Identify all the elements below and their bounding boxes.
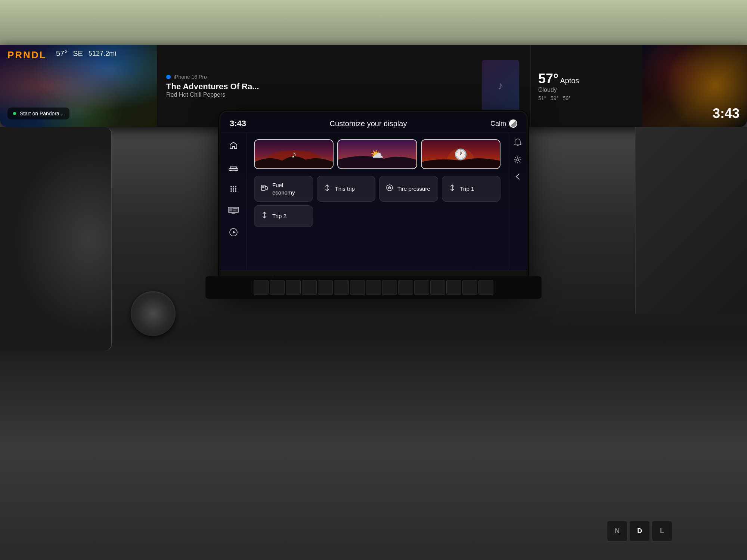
song-artist: Red Hot Chili Peppers bbox=[166, 91, 521, 98]
vent-slat bbox=[446, 280, 461, 295]
widget-grid: Fuel economy This trip bbox=[254, 176, 500, 227]
dash-temp: 57° bbox=[56, 49, 67, 58]
theme-card-music[interactable]: ♪ bbox=[254, 139, 334, 169]
svg-point-10 bbox=[233, 190, 234, 192]
sidebar-apps-icon[interactable] bbox=[226, 181, 241, 196]
theme-bg-music: ♪ bbox=[255, 140, 333, 168]
weather-condition: Cloudy bbox=[538, 87, 635, 93]
widget-tire-pressure[interactable]: Tire pressure bbox=[379, 176, 438, 202]
car-interior: PRNDL 57° SE 5127.2mi Start on Pandora..… bbox=[0, 0, 747, 560]
theme-card-weather[interactable]: ⛅ bbox=[337, 139, 417, 169]
vent-slat bbox=[414, 280, 429, 295]
screen-header: 3:43 Customize your display Calm bbox=[220, 112, 527, 133]
vent-slat bbox=[398, 280, 413, 295]
screen-content: 3:43 Customize your display Calm bbox=[220, 112, 527, 292]
vent-slat bbox=[302, 280, 317, 295]
vent-area bbox=[205, 276, 542, 299]
vent-slat bbox=[430, 280, 445, 295]
this-trip-icon bbox=[323, 184, 331, 194]
weather-city: Aptos bbox=[560, 77, 579, 85]
svg-rect-14 bbox=[233, 208, 238, 209]
theme-card-clock[interactable]: 🕐 bbox=[421, 139, 500, 169]
vent-slat bbox=[478, 280, 493, 295]
screen-sidebar bbox=[220, 133, 247, 271]
theme-bg-weather-inner: ⛅ bbox=[338, 140, 416, 168]
vent-slat bbox=[334, 280, 349, 295]
tire-pressure-label: Tire pressure bbox=[397, 185, 430, 193]
mode-label: Calm bbox=[490, 120, 506, 128]
iphone-label: iPhone 16 Pro bbox=[174, 74, 207, 80]
svg-marker-18 bbox=[233, 231, 236, 234]
svg-point-2 bbox=[235, 170, 237, 171]
dashboard-weather-panel: 57° Aptos Cloudy 51° 59° 59° bbox=[530, 45, 642, 127]
dash-distance: 5127.2mi bbox=[89, 50, 116, 57]
svg-point-4 bbox=[233, 186, 234, 187]
fuel-economy-label: Fuel economy bbox=[272, 181, 307, 196]
sidebar-media-icon[interactable] bbox=[226, 203, 241, 218]
gear-selector: N D L bbox=[607, 521, 672, 541]
svg-point-29 bbox=[517, 159, 519, 161]
theme-clock-icon: 🕐 bbox=[454, 148, 467, 161]
svg-point-8 bbox=[235, 188, 236, 190]
svg-point-1 bbox=[230, 170, 232, 171]
svg-point-3 bbox=[230, 186, 232, 187]
music-overlay-text: Start on Pandora... bbox=[20, 111, 64, 116]
gear-key-l[interactable]: L bbox=[652, 521, 672, 541]
svg-point-28 bbox=[389, 187, 390, 188]
svg-point-7 bbox=[233, 188, 234, 190]
svg-point-5 bbox=[235, 186, 236, 187]
sidebar-car-icon[interactable] bbox=[226, 160, 241, 175]
screen-title: Customize your display bbox=[330, 119, 407, 128]
sidebar-home-icon[interactable] bbox=[226, 138, 241, 153]
speed-info: 57° SE 5127.2mi bbox=[56, 49, 116, 58]
dash-direction: SE bbox=[73, 49, 83, 58]
main-screen[interactable]: 3:43 Customize your display Calm bbox=[220, 112, 527, 292]
prndl-display: PRNDL bbox=[7, 49, 47, 61]
svg-point-9 bbox=[230, 190, 232, 192]
vent-slat bbox=[366, 280, 381, 295]
chevron-left-icon[interactable] bbox=[515, 172, 521, 183]
dashboard-time: 3:43 bbox=[713, 106, 740, 121]
gear-key-d[interactable]: D bbox=[629, 521, 650, 541]
vent-slat bbox=[318, 280, 333, 295]
mode-toggle[interactable] bbox=[509, 119, 517, 128]
theme-selection-row: ♪ bbox=[254, 139, 500, 169]
trip2-label: Trip 2 bbox=[272, 212, 286, 220]
gear-key-n[interactable]: N bbox=[607, 521, 627, 541]
dashboard-right-cluster: 3:43 bbox=[642, 45, 747, 127]
widget-this-trip[interactable]: This trip bbox=[317, 176, 376, 202]
screen-mode[interactable]: Calm bbox=[490, 119, 517, 128]
volume-knob[interactable] bbox=[131, 291, 176, 336]
widget-fuel-economy[interactable]: Fuel economy bbox=[254, 176, 313, 202]
svg-rect-16 bbox=[232, 213, 235, 214]
screen-body: ♪ bbox=[220, 133, 527, 271]
svg-rect-25 bbox=[262, 186, 264, 188]
theme-music-icon: ♪ bbox=[291, 148, 297, 160]
iphone-indicator: iPhone 16 Pro bbox=[166, 74, 521, 80]
iphone-icon bbox=[166, 75, 171, 79]
vent-slat bbox=[254, 280, 269, 295]
vent-slat bbox=[270, 280, 285, 295]
trip1-icon bbox=[448, 184, 456, 194]
svg-rect-13 bbox=[229, 208, 232, 211]
theme-bg-clock-inner: 🕐 bbox=[422, 140, 500, 168]
widget-trip2[interactable]: Trip 2 bbox=[254, 205, 313, 227]
notification-icon[interactable] bbox=[514, 138, 522, 149]
theme-weather-icon: ⛅ bbox=[371, 148, 384, 161]
dashboard-left-cluster: PRNDL 57° SE 5127.2mi Start on Pandora..… bbox=[0, 45, 157, 127]
svg-point-6 bbox=[230, 188, 232, 190]
vent-slat bbox=[462, 280, 477, 295]
sidebar-play-icon[interactable] bbox=[226, 225, 241, 240]
svg-rect-15 bbox=[233, 210, 236, 211]
tire-icon bbox=[385, 184, 394, 194]
this-trip-label: This trip bbox=[335, 185, 355, 193]
settings-icon[interactable] bbox=[514, 156, 522, 166]
main-screen-container: 3:43 Customize your display Calm bbox=[220, 112, 527, 292]
widget-trip1[interactable]: Trip 1 bbox=[442, 176, 501, 202]
screen-main: ♪ bbox=[247, 133, 508, 271]
weather-temp: 57° bbox=[538, 71, 558, 87]
screen-time: 3:43 bbox=[230, 119, 246, 128]
svg-point-11 bbox=[235, 190, 236, 192]
song-title: The Adventures Of Ra... bbox=[166, 82, 521, 91]
trip2-icon bbox=[260, 211, 269, 221]
